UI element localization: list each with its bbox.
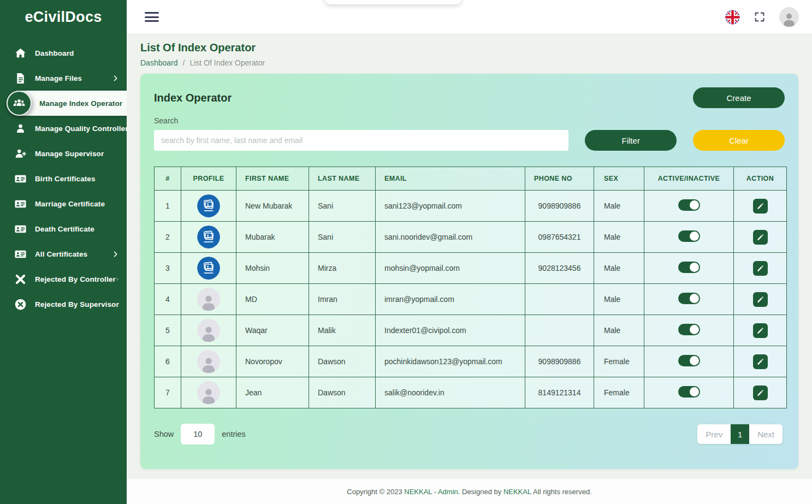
first-name-cell: Mohsin bbox=[236, 253, 309, 284]
sidebar-item-label: Manage Quality Controller bbox=[35, 124, 128, 133]
edit-button[interactable] bbox=[753, 261, 768, 276]
uk-flag-icon[interactable] bbox=[725, 10, 740, 25]
edit-button[interactable] bbox=[753, 199, 768, 214]
next-page-button[interactable]: Next bbox=[749, 424, 783, 444]
search-row: Filter Clear bbox=[154, 130, 785, 151]
active-toggle[interactable] bbox=[678, 262, 700, 273]
active-cell bbox=[644, 284, 734, 315]
action-cell bbox=[734, 191, 787, 222]
profile-photo-icon bbox=[197, 226, 220, 248]
sidebar-item-birth-certificates[interactable]: Birth Certificates bbox=[0, 166, 127, 191]
current-page-button[interactable]: 1 bbox=[731, 424, 749, 444]
sidebar-item-death-certificate[interactable]: Death Certificate bbox=[0, 216, 127, 241]
profile-cell bbox=[181, 377, 236, 408]
column-header-phone-no: PHONE NO bbox=[525, 167, 594, 191]
sidebar-item-dashboard[interactable]: Dashboard bbox=[0, 40, 127, 66]
last-name-cell: Sani bbox=[309, 191, 376, 222]
table-row: 4MDImranimran@yopmail.comMale bbox=[155, 284, 787, 315]
file-icon bbox=[14, 72, 27, 85]
sidebar-item-all-certificates[interactable]: All Certificates bbox=[0, 241, 127, 266]
sex-cell: Male bbox=[594, 253, 644, 284]
id-card-icon bbox=[14, 198, 27, 210]
sidebar-item-label: Birth Certificates bbox=[35, 175, 96, 183]
row-number-cell: 3 bbox=[155, 253, 181, 284]
menu-icon[interactable] bbox=[145, 10, 159, 25]
clear-button[interactable]: Clear bbox=[693, 130, 785, 151]
app-logo: eCivilDocs bbox=[0, 0, 127, 34]
sidebar-item-label: Rejected By Supervisor bbox=[35, 300, 119, 309]
active-cell bbox=[644, 191, 734, 222]
sidebar-item-label: Dashboard bbox=[35, 49, 74, 57]
fullscreen-icon[interactable] bbox=[754, 11, 766, 23]
table-row: 2MubarakSanisani.nooridev@gmail.com09876… bbox=[155, 222, 787, 253]
sidebar-item-manage-supervisor[interactable]: Manage Supervisor bbox=[0, 141, 127, 166]
edit-button[interactable] bbox=[753, 230, 768, 245]
prev-page-button[interactable]: Prev bbox=[697, 424, 731, 444]
profile-photo-icon bbox=[197, 194, 220, 217]
toggle-knob bbox=[690, 200, 699, 210]
breadcrumb: Dashboard / List Of Index Operator bbox=[140, 58, 798, 73]
sex-cell: Male bbox=[594, 315, 644, 346]
user-avatar-icon[interactable] bbox=[779, 7, 799, 27]
sidebar-item-marriage-certificate[interactable]: Marriage Certificate bbox=[0, 191, 127, 216]
edit-button[interactable] bbox=[753, 386, 768, 400]
panel-title: Index Operator bbox=[154, 92, 232, 104]
sidebar-item-manage-files[interactable]: Manage Files bbox=[0, 66, 127, 91]
edit-button[interactable] bbox=[753, 354, 768, 369]
active-cell bbox=[644, 346, 734, 377]
person-plus-icon bbox=[14, 147, 27, 160]
sex-cell: Male bbox=[594, 222, 644, 253]
last-name-cell: Mirza bbox=[309, 253, 376, 284]
nekkal-link[interactable]: NEKKAL bbox=[503, 488, 531, 496]
search-input[interactable] bbox=[154, 130, 568, 151]
first-name-cell: Novoropov bbox=[236, 346, 309, 377]
first-name-cell: New Mubarak bbox=[236, 191, 309, 222]
sidebar-item-manage-quality-controller[interactable]: Manage Quality Controller bbox=[0, 116, 127, 141]
create-button[interactable]: Create bbox=[693, 87, 785, 108]
rights-text: All rights reserved. bbox=[531, 488, 592, 496]
column-header-sex: SEX bbox=[594, 167, 644, 191]
chevron-right-icon bbox=[116, 276, 119, 283]
phone-cell bbox=[525, 315, 594, 346]
active-toggle[interactable] bbox=[678, 230, 700, 242]
pagination: Prev 1 Next bbox=[697, 424, 783, 444]
topbar-dropdown-artifact bbox=[325, 0, 461, 4]
table-footer: Show entries Prev 1 Next bbox=[154, 424, 785, 444]
sidebar-item-manage-index-operator[interactable]: Manage Index Operator bbox=[7, 91, 127, 116]
toggle-knob bbox=[690, 232, 699, 241]
table-row: 6NovoropovDawsonpochinkidawson123@yopmai… bbox=[155, 346, 787, 377]
edit-button[interactable] bbox=[753, 323, 768, 338]
admin-link[interactable]: NEKKAL - Admin. bbox=[404, 488, 460, 496]
edit-button[interactable] bbox=[753, 292, 768, 307]
sidebar-item-label: Manage Index Operator bbox=[39, 99, 122, 108]
profile-placeholder-icon bbox=[197, 288, 220, 311]
sidebar-item-rejected-by-supervisor[interactable]: Rejected By Supervisor bbox=[0, 292, 127, 317]
main-area: List Of Index Operator Dashboard / List … bbox=[127, 0, 812, 504]
breadcrumb-dashboard-link[interactable]: Dashboard bbox=[140, 58, 178, 67]
sidebar-item-rejected-by-controller[interactable]: Rejected By Controller bbox=[0, 266, 127, 292]
profile-cell bbox=[181, 315, 236, 346]
action-cell bbox=[734, 253, 787, 284]
action-cell bbox=[734, 222, 787, 253]
entries-label: entries bbox=[222, 430, 246, 438]
column-header-last-name: LAST NAME bbox=[309, 167, 376, 191]
last-name-cell: Imran bbox=[309, 284, 376, 315]
toggle-knob bbox=[690, 294, 699, 303]
active-toggle[interactable] bbox=[678, 293, 700, 304]
sidebar-item-label: Rejected By Controller bbox=[35, 275, 116, 283]
filter-button[interactable]: Filter bbox=[585, 130, 677, 151]
copyright-text: Copyright © 2023 bbox=[347, 488, 404, 496]
copyright-footer: Copyright © 2023 NEKKAL - Admin. Designe… bbox=[127, 479, 812, 504]
profile-photo-icon bbox=[197, 257, 220, 280]
active-toggle[interactable] bbox=[678, 199, 700, 211]
page-title: List Of Index Operator bbox=[140, 41, 798, 54]
active-toggle[interactable] bbox=[678, 386, 700, 398]
entries-count-input[interactable] bbox=[181, 424, 215, 444]
breadcrumb-current: List Of Index Operator bbox=[189, 58, 265, 67]
index-operator-table: #PROFILEFIRST NAMELAST NAMEEMAILPHONE NO… bbox=[154, 167, 787, 408]
active-toggle[interactable] bbox=[678, 324, 700, 335]
last-name-cell: Dawson bbox=[309, 377, 376, 408]
profile-cell bbox=[181, 346, 236, 377]
last-name-cell: Sani bbox=[309, 222, 376, 253]
active-toggle[interactable] bbox=[678, 355, 700, 366]
